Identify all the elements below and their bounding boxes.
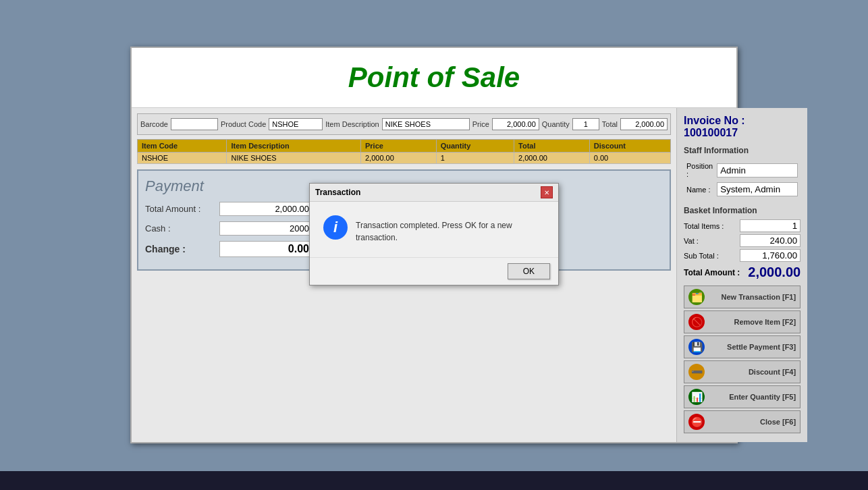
dialog-titlebar: Transaction ✕ [310, 184, 558, 202]
basket-total-items-value[interactable] [740, 219, 801, 232]
dialog-body: i Transaction completed. Press OK for a … [310, 202, 558, 257]
basket-subtotal-value[interactable] [740, 249, 801, 262]
main-window: Point of Sale Barcode Product Code Item … [130, 47, 738, 443]
taskbar [0, 471, 868, 490]
transaction-dialog: Transaction ✕ i Transaction completed. P… [309, 183, 559, 285]
dialog-message: Transaction completed. Press OK for a ne… [356, 215, 545, 244]
dialog-title: Transaction [315, 188, 360, 197]
dialog-footer: OK [310, 257, 558, 285]
dialog-overlay: Transaction ✕ i Transaction completed. P… [132, 48, 736, 442]
info-icon: i [323, 215, 348, 240]
ok-button[interactable]: OK [508, 263, 550, 279]
basket-vat-value[interactable] [740, 234, 801, 247]
basket-total-amount-value: 2,000.00 [748, 265, 801, 280]
dialog-close-button[interactable]: ✕ [541, 186, 553, 198]
